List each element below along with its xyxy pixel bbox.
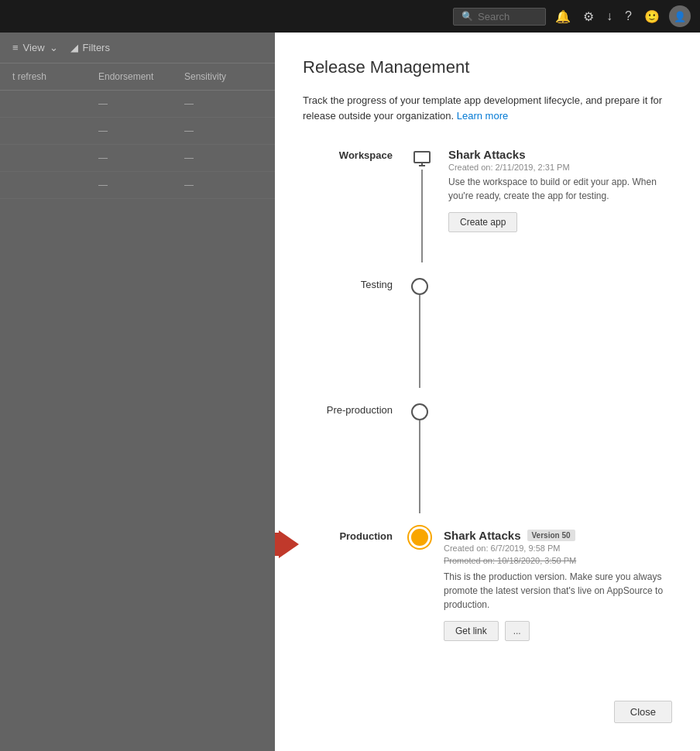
pipeline-line-1 — [421, 170, 423, 262]
version-badge: Version 50 — [527, 530, 575, 541]
stage-center-testing — [411, 278, 428, 388]
help-icon[interactable]: ? — [622, 6, 635, 26]
stage-content-preproduction — [428, 403, 672, 465]
close-button[interactable]: Close — [614, 701, 672, 723]
table-row: — — — [0, 145, 275, 172]
background-panel: ≡ View ⌄ ◢ Filters t refresh Endorsement… — [0, 33, 275, 751]
topbar: 🔍 🔔 ⚙ ↓ ? 🙂 👤 — [0, 0, 700, 33]
production-app-name: Shark Attacks Version 50 — [444, 529, 672, 542]
production-description: This is the production version. Make sur… — [444, 570, 672, 612]
workspace-app-name: Shark Attacks — [448, 148, 672, 161]
gear-icon[interactable]: ⚙ — [580, 6, 597, 27]
search-input[interactable] — [478, 11, 540, 22]
arrow-body — [275, 533, 280, 556]
workspace-circle — [411, 148, 433, 170]
get-link-button[interactable]: Get link — [444, 621, 499, 641]
pipeline: Workspace Shark Attacks Created on: 2/11… — [318, 148, 672, 641]
download-icon[interactable]: ↓ — [603, 6, 616, 26]
stage-label-preproduction: Pre-production — [318, 403, 411, 416]
search-box[interactable]: 🔍 — [453, 8, 546, 26]
arrow-indicator — [275, 533, 280, 556]
release-management-panel: Release Management Track the progress of… — [275, 33, 700, 751]
stage-workspace: Workspace Shark Attacks Created on: 2/11… — [318, 148, 672, 262]
panel-description: Track the progress of your template app … — [303, 93, 672, 123]
stage-content-workspace: Shark Attacks Created on: 2/11/2019, 2:3… — [433, 148, 672, 232]
filter-icon: ◢ — [70, 42, 78, 53]
stage-testing: Testing — [318, 278, 672, 388]
toolbar: ≡ View ⌄ ◢ Filters — [0, 33, 275, 63]
emoji-icon[interactable]: 🙂 — [641, 6, 663, 27]
more-options-button[interactable]: ... — [505, 621, 530, 641]
stage-preproduction: Pre-production — [318, 403, 672, 513]
stage-content-production: Shark Attacks Version 50 Created on: 6/7… — [428, 529, 672, 641]
production-date: Created on: 6/7/2019, 9:58 PM — [444, 544, 672, 553]
stage-production: Production Shark Attacks Version 50 Crea… — [318, 529, 672, 641]
stage-center-preproduction — [411, 403, 428, 513]
col-endorsement: Endorsement — [98, 71, 177, 82]
production-promoted: Promoted on: 10/18/2020, 3:50 PM — [444, 556, 672, 565]
stage-content-testing — [428, 278, 672, 340]
close-btn-container: Close — [602, 688, 685, 736]
notification-icon[interactable]: 🔔 — [552, 6, 574, 27]
table-header: t refresh Endorsement Sensitivity — [0, 63, 275, 91]
panel-title: Release Management — [303, 57, 672, 77]
chevron-down-icon: ⌄ — [50, 42, 58, 53]
production-circle — [411, 529, 428, 546]
workspace-date: Created on: 2/11/2019, 2:31 PM — [448, 163, 672, 172]
arrow-head — [279, 530, 299, 558]
table-row: — — — [0, 172, 275, 199]
testing-circle — [411, 278, 428, 295]
avatar[interactable]: 👤 — [669, 5, 691, 27]
search-icon: 🔍 — [462, 11, 473, 22]
table-row: — — — [0, 118, 275, 145]
col-sensitivity: Sensitivity — [184, 71, 262, 82]
pipeline-line-3 — [419, 420, 420, 513]
stage-label-testing: Testing — [318, 278, 411, 290]
create-app-button[interactable]: Create app — [448, 212, 517, 232]
filters-button[interactable]: ◢ Filters — [70, 42, 110, 53]
view-icon: ≡ — [12, 42, 19, 53]
table-row: — — — [0, 91, 275, 118]
stage-center-workspace — [411, 148, 433, 262]
pipeline-line-2 — [419, 295, 420, 388]
stage-label-workspace: Workspace — [318, 148, 411, 161]
learn-more-link[interactable]: Learn more — [457, 110, 508, 122]
workspace-description: Use the workspace to build or edit your … — [448, 175, 672, 203]
preproduction-circle — [411, 403, 428, 420]
production-btn-row: Get link ... — [444, 621, 672, 641]
svg-rect-0 — [414, 152, 430, 163]
stage-label-production: Production — [318, 529, 411, 542]
view-button[interactable]: ≡ View ⌄ — [12, 42, 58, 53]
stage-center-production — [411, 529, 428, 546]
col-refresh: t refresh — [12, 71, 91, 82]
